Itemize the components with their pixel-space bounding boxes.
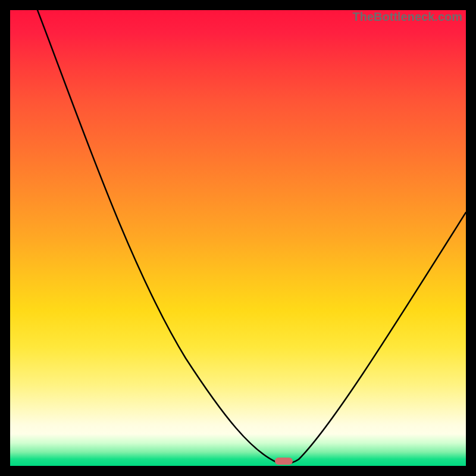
curve-path: [37, 10, 466, 464]
watermark-text: TheBottleneck.com: [353, 10, 462, 24]
plot-area: TheBottleneck.com: [10, 10, 466, 466]
bottleneck-curve: [10, 10, 466, 466]
optimal-marker: [275, 458, 293, 465]
chart-frame: TheBottleneck.com: [0, 0, 476, 476]
